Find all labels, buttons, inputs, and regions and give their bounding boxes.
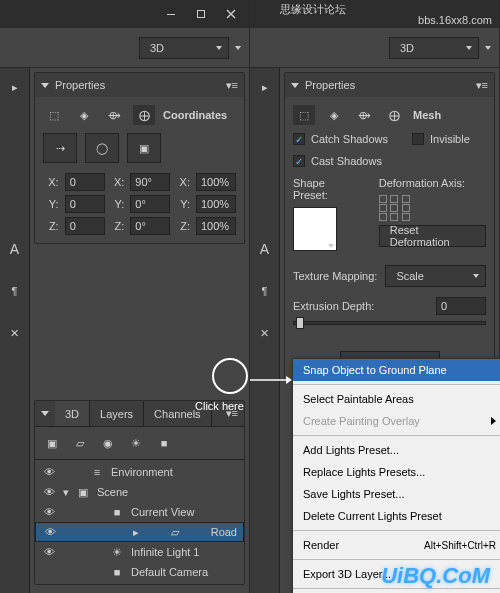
options-bar: 3D: [250, 28, 499, 68]
move-axis-button[interactable]: ⇢: [43, 133, 77, 163]
shape-preset-picker[interactable]: [293, 207, 337, 251]
scene-icon: ▣: [75, 486, 91, 499]
y-pos-input[interactable]: 0: [65, 195, 105, 213]
window-titlebar: [0, 0, 249, 28]
properties-panel: Properties ▾≡ ⬚ ◈ ⟴ ⨁ Mesh ✓Catch Shadow…: [284, 72, 495, 382]
minimize-button[interactable]: [157, 4, 185, 24]
annotation-hint: Click here: [195, 400, 244, 412]
menu-item[interactable]: Save Lights Preset...: [293, 483, 500, 505]
shape-preset-label: Shape Preset:: [293, 177, 359, 201]
eye-icon[interactable]: 👁: [41, 466, 57, 478]
menu-item[interactable]: Replace Lights Presets...: [293, 461, 500, 483]
caret-down-icon: [41, 83, 49, 88]
x-rot-input[interactable]: 90°: [130, 173, 170, 191]
context-menu: Snap Object to Ground PlaneSelect Painta…: [292, 358, 500, 593]
z-scale-input[interactable]: 100%: [196, 217, 236, 235]
deform-icon[interactable]: ◈: [73, 105, 95, 125]
x-scale-input[interactable]: 100%: [196, 173, 236, 191]
list-item[interactable]: 👁☀Infinite Light 1: [35, 542, 244, 562]
type-tool-icon[interactable]: A: [254, 238, 276, 260]
filter-scene-icon[interactable]: ▣: [41, 433, 63, 453]
mode-dropdown-label: 3D: [150, 42, 164, 54]
light-icon: ☀: [109, 546, 125, 559]
filter-camera-icon[interactable]: ■: [153, 433, 175, 453]
coordinates-icon[interactable]: ⨁: [133, 105, 155, 125]
caret-down-icon: [291, 83, 299, 88]
watermark-logo: UiBQ.CoM: [381, 563, 490, 589]
tool-collapsed-icon[interactable]: ▸: [4, 76, 26, 98]
flyout-menu-button[interactable]: ▾≡: [476, 79, 488, 92]
extrusion-slider[interactable]: [293, 321, 486, 325]
eye-icon[interactable]: 👁: [42, 526, 58, 538]
mesh-icon[interactable]: ⬚: [293, 105, 315, 125]
wrench-tool-icon[interactable]: ✕: [254, 322, 276, 344]
caret-down-icon: [41, 411, 49, 416]
chevron-down-icon[interactable]: [235, 46, 241, 50]
menu-item[interactable]: Select Paintable Areas: [293, 388, 500, 410]
x-scale-label: X:: [174, 176, 192, 188]
list-item[interactable]: 👁■Current View: [35, 502, 244, 522]
deformation-axis-grid[interactable]: [379, 195, 413, 219]
list-item[interactable]: 👁≡Environment: [35, 462, 244, 482]
list-item[interactable]: ■Default Camera: [35, 562, 244, 582]
camera-icon: ■: [109, 566, 125, 578]
y-scale-input[interactable]: 100%: [196, 195, 236, 213]
menu-item[interactable]: Delete Current Lights Preset: [293, 505, 500, 527]
reset-deformation-button[interactable]: Reset Deformation: [379, 225, 486, 247]
eye-icon[interactable]: 👁: [41, 506, 57, 518]
filter-mesh-icon[interactable]: ▱: [69, 433, 91, 453]
eye-icon[interactable]: 👁: [41, 486, 57, 498]
mode-dropdown-label: 3D: [400, 42, 414, 54]
environment-icon: ≡: [89, 466, 105, 478]
wrench-tool-icon[interactable]: ✕: [4, 322, 26, 344]
list-item[interactable]: 👁▾▣Scene: [35, 482, 244, 502]
eye-icon[interactable]: 👁: [41, 546, 57, 558]
type-tool-icon[interactable]: A: [4, 238, 26, 260]
mesh-icon[interactable]: ⬚: [43, 105, 65, 125]
z-rot-label: Z:: [109, 220, 127, 232]
coordinates-icon[interactable]: ⨁: [383, 105, 405, 125]
texture-mapping-dropdown[interactable]: Scale: [385, 265, 486, 287]
paragraph-tool-icon[interactable]: ¶: [254, 280, 276, 302]
menu-item[interactable]: RenderAlt+Shift+Ctrl+R: [293, 534, 500, 556]
maximize-button[interactable]: [187, 4, 215, 24]
chevron-down-icon[interactable]: [485, 46, 491, 50]
annotation-circle: [212, 358, 248, 394]
tool-collapsed-icon[interactable]: ▸: [254, 76, 276, 98]
y-rot-label: Y:: [109, 198, 127, 210]
extrusion-depth-label: Extrusion Depth:: [293, 300, 428, 312]
paragraph-tool-icon[interactable]: ¶: [4, 280, 26, 302]
annotation-arrow-icon: [250, 375, 292, 385]
cap-icon[interactable]: ⟴: [103, 105, 125, 125]
tab-3d[interactable]: 3D: [55, 401, 90, 426]
deformation-axis-label: Deformation Axis:: [379, 177, 486, 189]
flyout-menu-button[interactable]: ▾≡: [226, 79, 238, 92]
y-rot-input[interactable]: 0°: [130, 195, 170, 213]
menu-item[interactable]: Add Lights Preset...: [293, 439, 500, 461]
cap-icon[interactable]: ⟴: [353, 105, 375, 125]
z-rot-input[interactable]: 0°: [130, 217, 170, 235]
z-pos-input[interactable]: 0: [65, 217, 105, 235]
x-pos-input[interactable]: 0: [65, 173, 105, 191]
deform-icon[interactable]: ◈: [323, 105, 345, 125]
tool-strip: ▸ A ¶ ✕: [0, 68, 30, 593]
list-item[interactable]: 👁▸▱Road: [35, 522, 244, 542]
close-button[interactable]: [217, 4, 245, 24]
three-d-panel: 3D Layers Channels ▾≡ ▣ ▱ ◉ ☀ ■ 👁≡Enviro…: [34, 400, 245, 585]
tab-layers[interactable]: Layers: [90, 401, 144, 426]
menu-item[interactable]: Snap Object to Ground Plane: [293, 359, 500, 381]
mode-dropdown[interactable]: 3D: [389, 37, 479, 59]
menu-item[interactable]: Create Painting Overlay: [293, 410, 500, 432]
extrusion-depth-input[interactable]: 0: [436, 297, 486, 315]
filter-material-icon[interactable]: ◉: [97, 433, 119, 453]
properties-panel: Properties ▾≡ ⬚ ◈ ⟴ ⨁ Coordinates ⇢: [34, 72, 245, 244]
mode-label: Mesh: [413, 109, 441, 121]
watermark-text: bbs.16xx8.com: [418, 14, 492, 26]
filter-light-icon[interactable]: ☀: [125, 433, 147, 453]
cast-shadows-checkbox[interactable]: ✓Cast Shadows: [293, 155, 486, 167]
invisible-checkbox[interactable]: Invisible: [412, 133, 470, 145]
mode-dropdown[interactable]: 3D: [139, 37, 229, 59]
catch-shadows-checkbox[interactable]: ✓Catch Shadows: [293, 133, 388, 145]
scale-axis-button[interactable]: ▣: [127, 133, 161, 163]
rotate-axis-button[interactable]: ◯: [85, 133, 119, 163]
